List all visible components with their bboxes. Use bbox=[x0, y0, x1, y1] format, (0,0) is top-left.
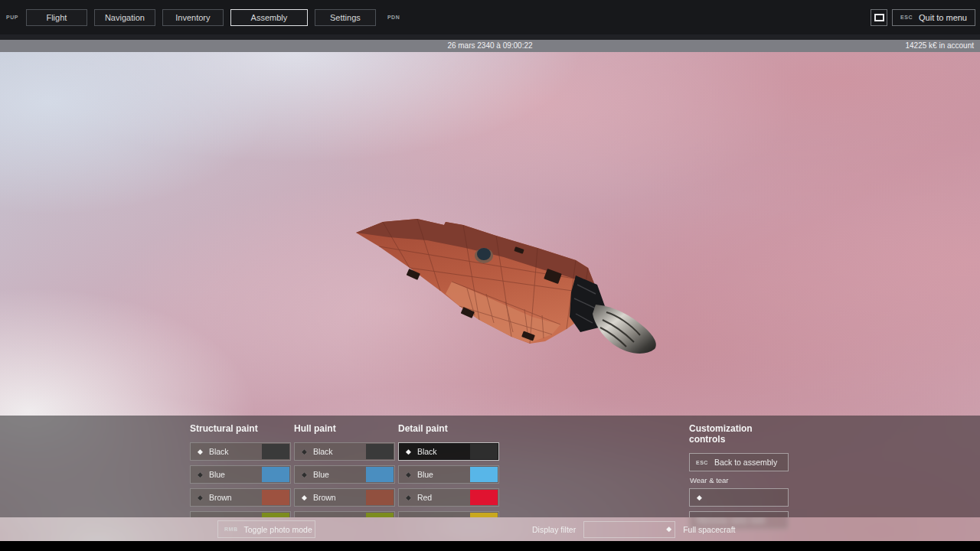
display-filter-slider[interactable]: ◆ bbox=[583, 521, 675, 538]
diamond-icon: ◆ bbox=[406, 494, 411, 501]
tab-navigation[interactable]: Navigation bbox=[94, 9, 155, 26]
wear-and-tear-label: Wear & tear bbox=[690, 476, 789, 484]
pageup-keyhint: PUP bbox=[6, 15, 18, 20]
back-to-assembly-label: Back to assembly bbox=[714, 458, 777, 467]
paint-swatch bbox=[366, 490, 394, 505]
pagedown-keyhint: PDN bbox=[387, 15, 400, 20]
window-icon bbox=[874, 14, 884, 21]
paint-column-title: Structural paint bbox=[190, 423, 291, 434]
tab-navigation-label: Navigation bbox=[105, 13, 145, 22]
paint-swatch bbox=[470, 444, 498, 459]
paint-option-black[interactable]: ◆Black bbox=[294, 442, 395, 461]
paint-option-blue[interactable]: ◆Blue bbox=[398, 465, 499, 484]
diamond-icon: ◆ bbox=[302, 494, 307, 501]
spacecraft-render bbox=[337, 208, 674, 369]
toggle-photo-mode-button[interactable]: RMB Toggle photo mode bbox=[217, 520, 315, 538]
paint-option-label: Black bbox=[209, 447, 229, 456]
paint-option[interactable]: ◆ bbox=[294, 511, 395, 517]
paint-swatch bbox=[470, 467, 498, 482]
paint-column-title: Detail paint bbox=[398, 423, 499, 434]
paint-option-label: Brown bbox=[209, 493, 232, 502]
diamond-icon: ◆ bbox=[198, 448, 203, 455]
paint-column-hull: Hull paint ◆Black◆Blue◆Brown◆ bbox=[294, 423, 395, 517]
tab-assembly[interactable]: Assembly bbox=[230, 9, 308, 26]
paint-panel: Structural paint ◆Black◆Blue◆Brown◆ Hull… bbox=[0, 416, 980, 517]
rmb-keyhint: RMB bbox=[224, 527, 237, 532]
esc-keyhint: ESC bbox=[696, 460, 708, 465]
diamond-icon: ◆ bbox=[302, 471, 307, 478]
paint-option[interactable]: ◆ bbox=[398, 511, 499, 517]
paint-column-detail: Detail paint ◆Black◆Blue◆Red◆ bbox=[398, 423, 499, 517]
tab-flight[interactable]: Flight bbox=[26, 9, 87, 26]
window-mode-button[interactable] bbox=[871, 9, 887, 26]
paint-option-label: Black bbox=[313, 447, 333, 456]
tab-inventory[interactable]: Inventory bbox=[162, 9, 224, 26]
paint-option-label: Blue bbox=[417, 470, 433, 479]
toggle-photo-mode-label: Toggle photo mode bbox=[243, 525, 312, 534]
tab-settings[interactable]: Settings bbox=[315, 9, 376, 26]
paint-swatch bbox=[470, 490, 498, 505]
quit-to-menu-label: Quit to menu bbox=[919, 13, 967, 22]
paint-option-label: Blue bbox=[313, 470, 329, 479]
display-filter-group: Display filter ◆ Full spacecraft bbox=[532, 517, 735, 541]
top-bar-divider bbox=[0, 34, 980, 40]
top-bar: PUP Flight Navigation Inventory Assembly… bbox=[0, 0, 980, 34]
quit-to-menu-button[interactable]: ESC Quit to menu bbox=[892, 9, 975, 26]
paint-option[interactable]: ◆ bbox=[190, 511, 291, 517]
paint-swatch bbox=[262, 467, 289, 482]
display-filter-label: Display filter bbox=[532, 525, 576, 534]
back-to-assembly-button[interactable]: ESC Back to assembly bbox=[689, 453, 789, 471]
paint-option-brown[interactable]: ◆Brown bbox=[190, 488, 291, 507]
paint-column-title: Hull paint bbox=[294, 423, 395, 434]
paint-column-structural: Structural paint ◆Black◆Blue◆Brown◆ bbox=[190, 423, 291, 517]
tab-flight-label: Flight bbox=[46, 13, 67, 22]
wear-and-tear-slider[interactable]: ◆ bbox=[689, 488, 789, 507]
tab-assembly-label: Assembly bbox=[251, 13, 288, 22]
paint-swatch bbox=[366, 467, 394, 482]
tab-settings-label: Settings bbox=[330, 13, 361, 22]
diamond-icon: ◆ bbox=[302, 448, 307, 455]
paint-option-blue[interactable]: ◆Blue bbox=[190, 465, 291, 484]
display-filter-value: Full spacecraft bbox=[683, 525, 735, 534]
paint-option-blue[interactable]: ◆Blue bbox=[294, 465, 395, 484]
game-screen: PUP Flight Navigation Inventory Assembly… bbox=[0, 0, 980, 551]
diamond-icon: ◆ bbox=[198, 471, 203, 478]
paint-swatch bbox=[366, 444, 394, 459]
paint-option-label: Brown bbox=[313, 493, 336, 502]
bottom-bar: RMB Toggle photo mode Display filter ◆ F… bbox=[0, 517, 980, 541]
diamond-icon: ◆ bbox=[406, 471, 411, 478]
paint-option-black[interactable]: ◆Black bbox=[398, 442, 499, 461]
customization-title: Customization controls bbox=[689, 423, 789, 445]
paint-option-red[interactable]: ◆Red bbox=[398, 488, 499, 507]
diamond-icon: ◆ bbox=[198, 494, 203, 501]
paint-option-label: Black bbox=[417, 447, 437, 456]
paint-option-label: Blue bbox=[209, 470, 225, 479]
account-balance: 14225 k€ in account bbox=[905, 41, 974, 50]
diamond-icon: ◆ bbox=[406, 448, 411, 455]
esc-keyhint: ESC bbox=[900, 15, 913, 20]
paint-option-black[interactable]: ◆Black bbox=[190, 442, 291, 461]
status-bar: 26 mars 2340 à 09:00:22 14225 k€ in acco… bbox=[0, 40, 980, 52]
slider-handle-diamond-icon[interactable]: ◆ bbox=[697, 494, 702, 501]
letterbox-bottom bbox=[0, 541, 980, 551]
slider-handle-diamond-icon[interactable]: ◆ bbox=[666, 526, 671, 533]
paint-swatch bbox=[262, 490, 289, 505]
tab-inventory-label: Inventory bbox=[175, 13, 210, 22]
paint-option-label: Red bbox=[417, 493, 432, 502]
game-datetime: 26 mars 2340 à 09:00:22 bbox=[0, 41, 980, 50]
paint-swatch bbox=[262, 444, 289, 459]
paint-option-brown[interactable]: ◆Brown bbox=[294, 488, 395, 507]
